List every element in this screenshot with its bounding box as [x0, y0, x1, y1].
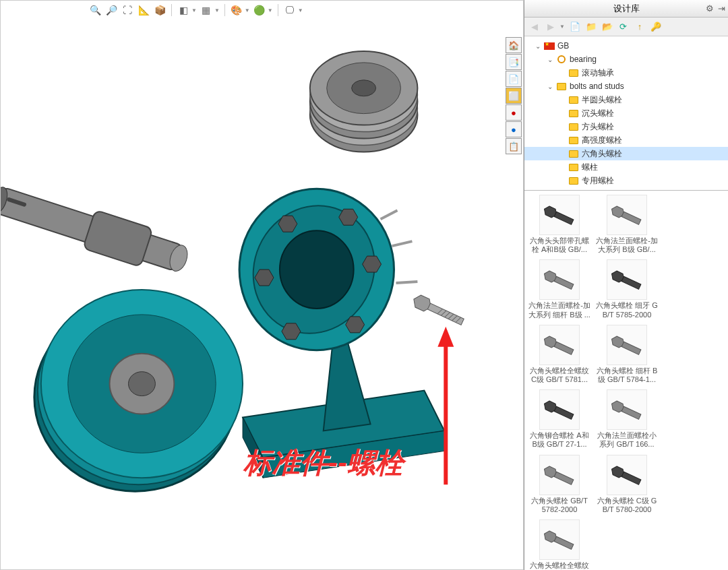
zoom-area-icon[interactable]: 🔎 [104, 3, 118, 17]
library-tree[interactable]: ⌄GB⌄bearing滚动轴承⌄bolts and studs半圆头螺栓沉头螺栓… [524, 36, 728, 191]
section-icon[interactable]: 📐 [137, 3, 150, 17]
new-folder-icon[interactable]: 📁 [585, 21, 597, 33]
folder-icon [568, 121, 579, 132]
thumb-preview [539, 325, 580, 365]
tree-item[interactable]: ⌄bearing [524, 53, 728, 66]
box-icon[interactable]: 📦 [153, 3, 166, 17]
library-thumb[interactable]: 六角头螺栓 GB/T 5782-2000 [527, 453, 592, 515]
tab-home[interactable]: 🏠 [506, 37, 522, 53]
up-icon[interactable]: ↑ [634, 21, 646, 33]
thumb-label: 六角头螺栓 C级 GB/T 5780-2000 [596, 497, 658, 514]
tree-label: 六角头螺栓 [582, 148, 622, 160]
thumb-label: 六角头螺栓 GB/T 5782-2000 [528, 497, 590, 514]
library-thumb[interactable]: 六角头螺栓 细杆 B级 GB/T 5784-1... [595, 323, 659, 385]
folder-icon [568, 135, 579, 146]
graphics-viewport[interactable] [1, 1, 523, 569]
view-toolbar: 🔍 🔎 ⛶ 📐 📦 ◧▼ ▦▼ 🎨▼ 🟢▼ 🖵▼ [88, 3, 303, 17]
tree-item[interactable]: 方头螺栓 [524, 120, 728, 133]
library-thumb[interactable]: 六角头螺栓全螺纹 C级 GB/T 5781... [527, 323, 592, 385]
zoom-fit-icon[interactable]: ⛶ [121, 3, 134, 17]
open-folder-icon[interactable]: 📂 [601, 21, 613, 33]
tree-item[interactable]: ⌄GB [524, 39, 728, 53]
thumb-label: 六角铆合螺栓 A和B级 GB/T 27-1... [528, 431, 590, 449]
thumb-preview [539, 195, 580, 235]
gear-icon[interactable]: ⚙ [706, 3, 714, 13]
library-thumb[interactable]: 六角法兰面螺栓-加大系列 细杆 B级 ... [527, 258, 592, 320]
design-library-panel: 设计库 ⚙ ⇥ ◀ ▶ ▼ 📄 📁 📂 ⟳ ↑ 🔑 ⌄GB⌄bearing滚动轴… [524, 0, 728, 570]
thumb-label: 六角头螺栓 细牙 GB/T 5785-2000 [596, 301, 658, 319]
tab-design-library[interactable]: ⬜ [506, 88, 522, 104]
tree-label: bearing [570, 55, 597, 64]
library-thumb[interactable]: 六角头螺栓 C级 GB/T 5780-2000 [595, 453, 659, 515]
tree-item[interactable]: 半圆头螺栓 [524, 93, 728, 106]
back-icon[interactable]: ◀ [528, 21, 541, 33]
svg-point-17 [129, 372, 156, 396]
thumb-preview [539, 389, 580, 430]
viewport-area: 🔍 🔎 ⛶ 📐 📦 ◧▼ ▦▼ 🎨▼ 🟢▼ 🖵▼ 🏠 📑 📄 ⬜ ● ● 📋 标… [0, 0, 524, 570]
panel-title: 设计库 [613, 3, 640, 15]
flag-cn-icon [544, 40, 555, 51]
tree-label: bolts and studs [570, 82, 624, 91]
tree-label: 螺柱 [582, 162, 598, 173]
svg-rect-41 [554, 212, 574, 224]
task-pane-tabs: 🏠 📑 📄 ⬜ ● ● 📋 [506, 37, 522, 154]
tab-appearances[interactable]: ● [506, 104, 522, 121]
library-thumb[interactable]: 六角头螺栓全螺纹 GB/T 5783-2000 [527, 518, 592, 570]
thumbnail-panel[interactable]: 六角头头部带孔螺栓 A和B级 GB/... 六角法兰面螺栓-加大系列 B级 GB… [524, 191, 728, 570]
appearance-icon[interactable]: 🎨 [230, 3, 243, 17]
library-thumb[interactable]: 六角法兰面螺栓小系列 GB/T 166... [595, 388, 659, 450]
thumb-preview [539, 519, 580, 560]
tree-item[interactable]: 滚动轴承 [524, 66, 728, 80]
tree-label: 方头螺栓 [582, 121, 614, 133]
folder-icon [568, 67, 579, 78]
svg-rect-47 [621, 277, 641, 290]
tree-label: 滚动轴承 [582, 67, 614, 79]
pin-icon[interactable]: ⇥ [718, 3, 725, 13]
render-icon[interactable]: 🟢 [253, 3, 266, 17]
thumb-label: 六角头螺栓 细杆 B级 GB/T 5784-1... [596, 367, 658, 384]
add-file-icon[interactable]: 📄 [569, 21, 581, 33]
tree-item[interactable]: 专用螺栓 [524, 174, 728, 187]
zoom-icon[interactable]: 🔍 [88, 3, 102, 17]
thumb-label: 六角法兰面螺栓小系列 GB/T 166... [596, 431, 658, 449]
tree-label: 沉头螺栓 [582, 108, 614, 119]
display-style-icon[interactable]: ▦ [200, 3, 213, 17]
svg-rect-45 [554, 277, 574, 290]
folder-icon [556, 81, 567, 92]
svg-rect-51 [621, 342, 641, 354]
thumb-label: 六角头头部带孔螺栓 A和B级 GB/... [528, 236, 590, 254]
expand-icon[interactable]: ⌄ [546, 83, 553, 90]
library-thumb[interactable]: 六角法兰面螺栓-加大系列 B级 GB/... [595, 193, 659, 255]
tree-item[interactable]: ⌄bolts and studs [524, 80, 728, 93]
tab-custom[interactable]: ● [506, 121, 522, 137]
thumb-preview [607, 259, 647, 300]
screen-icon[interactable]: 🖵 [283, 3, 297, 17]
folder-icon [568, 108, 579, 119]
svg-rect-57 [554, 472, 574, 484]
tree-label: 专用螺栓 [582, 175, 614, 187]
library-thumb[interactable]: 六角铆合螺栓 A和B级 GB/T 27-1... [527, 388, 592, 450]
forward-icon[interactable]: ▶ [545, 21, 557, 33]
thumb-preview [539, 259, 580, 300]
svg-point-6 [352, 80, 376, 96]
cube-view-icon[interactable]: ◧ [177, 3, 190, 17]
svg-rect-61 [554, 536, 574, 549]
svg-marker-39 [437, 327, 454, 347]
svg-rect-53 [554, 406, 574, 419]
svg-point-20 [280, 230, 354, 309]
refresh-icon[interactable]: ⟳ [617, 21, 630, 33]
tree-item[interactable]: 高强度螺栓 [524, 133, 728, 147]
expand-icon[interactable]: ⌄ [546, 56, 553, 63]
tree-item[interactable]: 螺柱 [524, 160, 728, 174]
library-thumb[interactable]: 六角头头部带孔螺栓 A和B级 GB/... [527, 193, 592, 255]
tree-item[interactable]: 六角头螺栓 [524, 147, 728, 160]
key-icon[interactable]: 🔑 [650, 21, 662, 33]
tree-item[interactable]: 沉头螺栓 [524, 106, 728, 120]
tab-resources[interactable]: 📑 [506, 54, 522, 70]
expand-icon[interactable]: ⌄ [534, 42, 541, 50]
tab-document[interactable]: 📄 [506, 71, 522, 87]
library-thumb[interactable]: 六角头螺栓 细牙 GB/T 5785-2000 [595, 258, 659, 320]
thumb-label: 六角法兰面螺栓-加大系列 B级 GB/... [596, 236, 658, 254]
tab-clipboard[interactable]: 📋 [506, 138, 522, 154]
annotation-text: 标准件--螺栓 [243, 444, 404, 482]
